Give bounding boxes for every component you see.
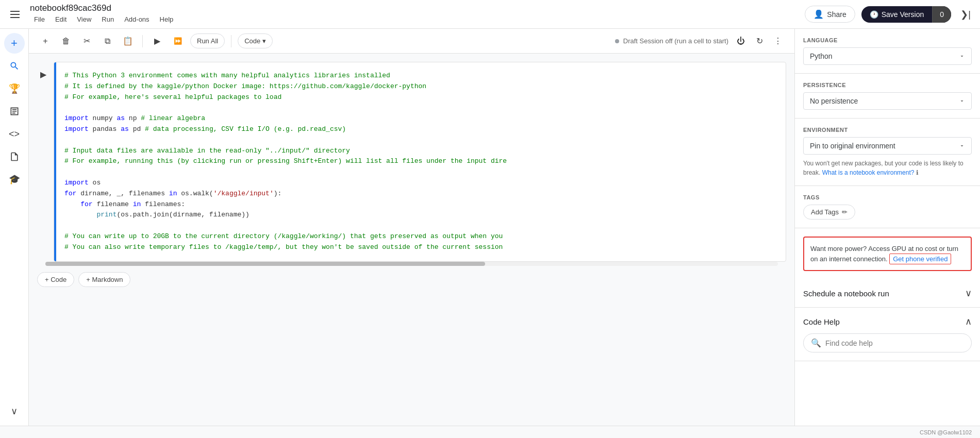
notebook-content: ▶ # This Python 3 environment comes with… xyxy=(29,54,794,426)
menu-run[interactable]: Run xyxy=(97,13,118,25)
code-help-section: Code Help ∧ 🔍 xyxy=(795,308,980,361)
environment-note-link[interactable]: What is a notebook environment? xyxy=(822,169,915,176)
hamburger-button[interactable] xyxy=(6,7,24,22)
edit-icon: ✏ xyxy=(842,208,848,216)
footer: CSDN @Gaolw1102 xyxy=(0,426,980,438)
horizontal-scrollbar[interactable] xyxy=(45,262,778,266)
schedule-section: Schedule a notebook run ∨ xyxy=(795,279,980,308)
environment-note: You won't get new packages, but your cod… xyxy=(803,159,972,177)
persistence-label: PERSISTENCE xyxy=(803,82,972,88)
menu-edit[interactable]: Edit xyxy=(51,13,71,25)
add-notebook-button[interactable]: + xyxy=(4,33,25,54)
run-cell-button[interactable]: ▶ xyxy=(149,33,165,49)
hamburger-icon xyxy=(10,11,20,18)
menu-view[interactable]: View xyxy=(73,13,95,25)
add-cell-buttons: + Code + Markdown xyxy=(37,272,786,287)
menu-bar: File Edit View Run Add-ons Help xyxy=(30,13,177,25)
toolbar-separator-2 xyxy=(231,35,231,47)
footer-text: CSDN @Gaolw1102 xyxy=(920,429,972,435)
session-status: Draft Session off (run a cell to start) xyxy=(615,37,728,45)
persistence-select[interactable]: No persistence Files only Files and cust… xyxy=(803,92,972,110)
power-section: Want more power? Access GPU at no cost o… xyxy=(803,237,972,271)
info-icon: ℹ xyxy=(916,169,919,176)
power-button[interactable]: ⏻ xyxy=(733,33,749,49)
menu-addons[interactable]: Add-ons xyxy=(120,13,153,25)
add-markdown-cell-button[interactable]: + Markdown xyxy=(78,272,130,287)
cell-run-button[interactable]: ▶ xyxy=(37,68,49,80)
run-all-cells-button[interactable]: ⏩ xyxy=(170,33,186,49)
add-tags-text: Add Tags xyxy=(811,208,839,216)
share-button[interactable]: 👤 Share xyxy=(805,6,855,23)
add-code-label: + Code xyxy=(45,276,67,283)
cell-type-label: Code xyxy=(244,37,260,45)
get-phone-verified-link[interactable]: Get phone verified xyxy=(889,254,951,264)
run-all-label: Run All xyxy=(197,37,218,45)
language-select[interactable]: Python R xyxy=(803,47,972,65)
sidebar-item-expand[interactable]: ∨ xyxy=(4,401,25,422)
toolbar-right-buttons: ⏻ ↻ ⋮ xyxy=(733,33,786,49)
language-label: LANGUAGE xyxy=(803,37,972,43)
add-tags-button[interactable]: Add Tags ✏ xyxy=(803,205,855,220)
top-bar: notebookf89cac369d File Edit View Run Ad… xyxy=(0,0,980,29)
code-help-title: Code Help xyxy=(803,317,840,326)
search-icon: 🔍 xyxy=(811,338,821,348)
schedule-header[interactable]: Schedule a notebook run ∨ xyxy=(803,288,972,299)
persistence-section: PERSISTENCE No persistence Files only Fi… xyxy=(795,74,980,119)
session-status-text: Draft Session off (run a cell to start) xyxy=(623,37,728,45)
cut-cell-button[interactable]: ✂ xyxy=(78,33,95,49)
code-help-header[interactable]: Code Help ∧ xyxy=(803,316,972,327)
share-label: Share xyxy=(827,10,846,19)
schedule-title: Schedule a notebook run xyxy=(803,289,889,298)
cell-type-selector[interactable]: Code ▾ xyxy=(238,33,273,48)
sidebar-item-competitions[interactable]: 🏆 xyxy=(4,78,25,99)
run-all-button[interactable]: Run All xyxy=(190,33,225,48)
environment-select[interactable]: Pin to original environment Always use l… xyxy=(803,137,972,155)
left-sidebar: + 🏆 <> 🎓 ∨ xyxy=(0,29,29,426)
person-icon: 👤 xyxy=(813,9,824,19)
sidebar-item-search[interactable] xyxy=(4,56,25,76)
content-area: + 🗑 ✂ ⧉ 📋 ▶ ⏩ Run All Code ▾ Draft S xyxy=(29,29,980,426)
code-help-chevron: ∧ xyxy=(965,316,972,327)
copy-cell-button[interactable]: ⧉ xyxy=(99,33,115,49)
notebook-toolbar: + 🗑 ✂ ⧉ 📋 ▶ ⏩ Run All Code ▾ Draft S xyxy=(29,29,794,54)
save-version-label-area: 🕐 Save Version xyxy=(861,6,933,23)
sidebar-item-education[interactable]: 🎓 xyxy=(4,169,25,190)
tags-label: TAGS xyxy=(803,194,972,200)
notebook-title: notebookf89cac369d xyxy=(30,3,177,13)
menu-help[interactable]: Help xyxy=(156,13,178,25)
clock-icon: 🕐 xyxy=(870,10,878,19)
refresh-button[interactable]: ↻ xyxy=(751,33,768,49)
toolbar-separator-1 xyxy=(142,35,143,47)
collapse-panel-button[interactable]: ❯| xyxy=(957,6,974,23)
environment-label: ENVIRONMENT xyxy=(803,127,972,133)
top-right-actions: 👤 Share 🕐 Save Version 0 ❯| xyxy=(805,6,974,23)
save-version-button[interactable]: 🕐 Save Version 0 xyxy=(861,6,951,23)
main-layout: + 🏆 <> 🎓 ∨ + 🗑 ✂ ⧉ 📋 ▶ ⏩ xyxy=(0,29,980,426)
language-section: LANGUAGE Python R xyxy=(795,29,980,74)
code-cell: # This Python 3 environment comes with m… xyxy=(54,62,786,262)
code-help-search-box[interactable]: 🔍 xyxy=(803,333,972,352)
status-dot xyxy=(615,39,619,43)
more-options-button[interactable]: ⋮ xyxy=(770,33,786,49)
save-version-text: Save Version xyxy=(882,10,924,19)
sidebar-item-notes[interactable] xyxy=(4,146,25,167)
cell-container: ▶ # This Python 3 environment comes with… xyxy=(37,62,786,262)
menu-file[interactable]: File xyxy=(30,13,49,25)
code-content[interactable]: # This Python 3 environment comes with m… xyxy=(56,62,515,261)
sidebar-item-data[interactable] xyxy=(4,101,25,122)
delete-cell-button[interactable]: 🗑 xyxy=(58,33,74,49)
save-version-count: 0 xyxy=(932,6,951,23)
paste-cell-button[interactable]: 📋 xyxy=(120,33,136,49)
add-markdown-label: + Markdown xyxy=(86,276,123,283)
code-help-search-input[interactable] xyxy=(825,339,964,347)
cell-type-chevron: ▾ xyxy=(262,37,266,45)
schedule-chevron: ∨ xyxy=(965,288,972,299)
tags-section: TAGS Add Tags ✏ xyxy=(795,186,980,228)
sidebar-item-code[interactable]: <> xyxy=(4,124,25,144)
add-cell-button[interactable]: + xyxy=(37,33,54,49)
right-panel: LANGUAGE Python R PERSISTENCE No persist… xyxy=(794,29,980,426)
environment-section: ENVIRONMENT Pin to original environment … xyxy=(795,119,980,186)
add-code-cell-button[interactable]: + Code xyxy=(37,272,74,287)
scrollbar-thumb[interactable] xyxy=(45,262,485,266)
